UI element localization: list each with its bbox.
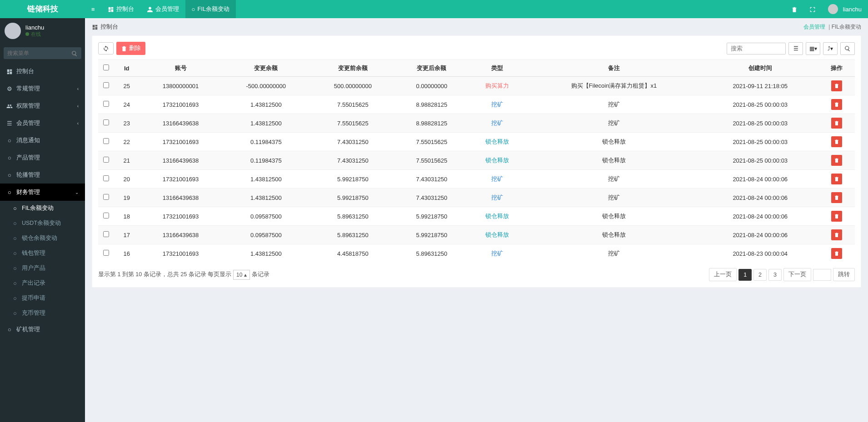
table-row: 18 17321001693 0.09587500 5.89631250 5.9…	[98, 207, 855, 226]
page-number-button[interactable]: 2	[753, 269, 767, 281]
row-checkbox[interactable]	[103, 213, 109, 218]
col-created[interactable]: 创建时间	[702, 60, 819, 77]
columns-button[interactable]: ▦▾	[806, 42, 820, 55]
circle-icon: ○	[6, 172, 13, 179]
breadcrumb-member[interactable]: 会员管理	[803, 24, 825, 30]
menu-search-input[interactable]	[4, 47, 81, 59]
sidebar-item-general[interactable]: ⚙ 常规管理 ‹	[0, 80, 85, 97]
cell-id: 20	[114, 170, 140, 189]
col-before[interactable]: 变更前余额	[310, 60, 395, 77]
row-delete-button[interactable]	[831, 248, 842, 259]
row-checkbox[interactable]	[103, 101, 109, 107]
cell-id: 19	[114, 189, 140, 207]
circle-icon: ○	[6, 326, 13, 333]
trash-icon	[121, 45, 127, 52]
row-checkbox[interactable]	[103, 82, 109, 88]
sidebar-item-label: 钱包管理	[22, 249, 45, 257]
col-account[interactable]: 账号	[140, 60, 221, 77]
sidebar-item-member[interactable]: ☰ 会员管理 ‹	[0, 114, 85, 132]
delete-button[interactable]: 删除	[116, 42, 145, 55]
sidebar-sub-withdraw[interactable]: ○提币申请	[0, 291, 85, 306]
row-checkbox[interactable]	[103, 250, 109, 256]
row-delete-button[interactable]	[831, 118, 842, 129]
tab-member[interactable]: 会员管理	[140, 0, 185, 18]
refresh-button[interactable]	[98, 42, 114, 55]
col-amount[interactable]: 变更余额	[222, 60, 310, 77]
cell-account: 13166439638	[140, 151, 221, 170]
select-all-checkbox[interactable]	[103, 65, 109, 70]
row-checkbox[interactable]	[103, 231, 109, 237]
cell-type: 挖矿	[468, 244, 526, 263]
sidebar-sub-fil[interactable]: ○ FIL余额变动	[0, 201, 85, 216]
user-icon	[147, 5, 153, 13]
cell-account: 13800000001	[140, 77, 221, 95]
cell-account: 17321001693	[140, 133, 221, 151]
col-id[interactable]: Id	[114, 60, 140, 77]
col-type[interactable]: 类型	[468, 60, 526, 77]
next-page-button[interactable]: 下一页	[783, 268, 811, 281]
row-checkbox[interactable]	[103, 157, 109, 163]
row-delete-button[interactable]	[831, 174, 842, 184]
col-remark[interactable]: 备注	[526, 60, 702, 77]
row-checkbox[interactable]	[103, 119, 109, 125]
row-delete-button[interactable]	[831, 155, 842, 166]
sidebar-item-finance[interactable]: ○ 财务管理 ⌄	[0, 184, 85, 201]
prev-page-button[interactable]: 上一页	[709, 268, 737, 281]
cell-remark: 锁仓释放	[526, 133, 702, 151]
export-icon: ⤴▾	[828, 45, 833, 52]
list-icon: ☰	[6, 120, 13, 127]
cell-amount: 0.11984375	[222, 151, 310, 170]
per-page-select[interactable]: 10 ▴	[233, 270, 250, 280]
search-input[interactable]	[727, 43, 786, 55]
tab-fil[interactable]: ○ FIL余额变动	[185, 0, 236, 18]
cell-account: 13166439638	[140, 114, 221, 133]
row-checkbox[interactable]	[103, 194, 109, 200]
jump-button[interactable]: 跳转	[833, 268, 855, 281]
sidebar-sub-deposit[interactable]: ○充币管理	[0, 306, 85, 321]
page-number-button[interactable]: 3	[768, 269, 782, 281]
sidebar-sub-usdt[interactable]: ○USDT余额变动	[0, 216, 85, 231]
jump-page-input[interactable]	[813, 269, 831, 281]
row-delete-button[interactable]	[831, 136, 842, 147]
cell-type: 购买算力	[468, 77, 526, 95]
search-icon[interactable]	[71, 50, 78, 57]
sidebar-item-product[interactable]: ○ 产品管理	[0, 149, 85, 166]
sidebar-sub-userprod[interactable]: ○用户产品	[0, 261, 85, 276]
row-delete-button[interactable]	[831, 99, 842, 110]
sidebar-item-label: 财务管理	[16, 188, 40, 196]
trash-btn[interactable]	[785, 0, 803, 18]
row-delete-button[interactable]	[831, 192, 842, 203]
sidebar-item-notice[interactable]: ○ 消息通知	[0, 132, 85, 149]
cell-created: 2021-08-25 00:00:03	[702, 133, 819, 151]
row-delete-button[interactable]	[831, 229, 842, 240]
toggle-view-button[interactable]: ☰	[788, 42, 803, 55]
cell-id: 22	[114, 133, 140, 151]
row-delete-button[interactable]	[831, 211, 842, 222]
sidebar-item-perm[interactable]: 权限管理 ‹	[0, 97, 85, 114]
sidebar-sub-lock[interactable]: ○锁仓余额变动	[0, 231, 85, 246]
chevron-down-icon: ⌄	[75, 190, 79, 195]
cell-created: 2021-08-24 00:00:06	[702, 226, 819, 244]
sidebar-item-label: 锁仓余额变动	[22, 234, 57, 242]
search-button[interactable]	[840, 42, 855, 55]
circle-icon: ○	[12, 295, 18, 302]
menu-toggle[interactable]: ≡	[85, 0, 101, 18]
sidebar-item-console[interactable]: 控制台	[0, 63, 85, 80]
sidebar-sub-output[interactable]: ○产出记录	[0, 276, 85, 291]
export-button[interactable]: ⤴▾	[823, 42, 838, 55]
fullscreen-btn[interactable]	[803, 0, 822, 18]
sidebar-sub-wallet[interactable]: ○钱包管理	[0, 246, 85, 261]
row-delete-button[interactable]	[831, 80, 842, 91]
user-menu[interactable]: lianchu	[822, 0, 868, 18]
sidebar-item-carousel[interactable]: ○ 轮播管理	[0, 166, 85, 184]
sidebar-item-miner[interactable]: ○ 矿机管理	[0, 321, 85, 338]
cell-remark: 购买【Filecoin满存算力租赁】x1	[526, 77, 702, 95]
breadcrumb-dash[interactable]: 控制台	[100, 23, 118, 31]
row-checkbox[interactable]	[103, 175, 109, 181]
tab-console[interactable]: 控制台	[101, 0, 140, 18]
cell-amount: 1.43812500	[222, 114, 310, 133]
row-checkbox[interactable]	[103, 138, 109, 144]
col-after[interactable]: 变更后余额	[395, 60, 468, 77]
table-row: 22 17321001693 0.11984375 7.43031250 7.5…	[98, 133, 855, 151]
page-number-button[interactable]: 1	[738, 269, 752, 281]
